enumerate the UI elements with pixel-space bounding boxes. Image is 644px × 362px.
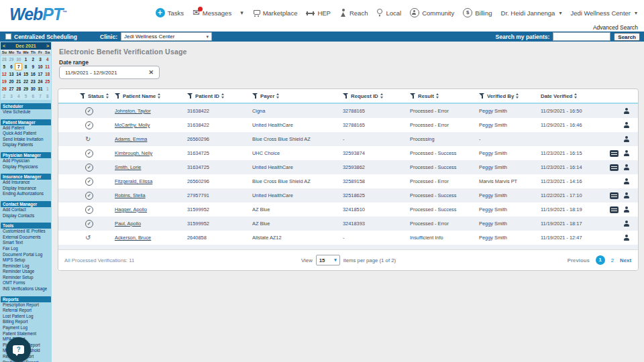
advanced-search-link[interactable]: Advanced Search	[593, 24, 638, 31]
nav-item-hep[interactable]: HEP	[306, 9, 331, 17]
sidebar-item-display-physicians[interactable]: Display Physicians	[1, 164, 51, 170]
sort-icon[interactable]	[158, 93, 160, 99]
column-header-payer[interactable]: Payer	[252, 93, 343, 99]
filter-icon[interactable]	[187, 93, 193, 99]
calendar-next-button[interactable]: >	[46, 44, 49, 48]
calendar-day[interactable]: 30	[15, 56, 22, 63]
column-header-request-id[interactable]: Request ID	[343, 93, 410, 99]
clinic-menu[interactable]: Jedi Wellness Center▾	[570, 9, 637, 17]
person-icon[interactable]	[623, 178, 630, 185]
nav-item-menu[interactable]: ▾	[240, 9, 244, 16]
column-header-status[interactable]: Status	[58, 93, 115, 99]
nav-item-local[interactable]: Local	[376, 9, 401, 17]
clinic-select[interactable]: Jedi Wellness Center ▾	[121, 32, 212, 41]
calendar-day[interactable]: 4	[15, 93, 22, 100]
sidebar-item-mips-setup[interactable]: MIPS Setup	[1, 257, 51, 263]
calendar-prev-button[interactable]: <	[3, 44, 5, 48]
sidebar-item-add-physician[interactable]: Add Physician	[1, 158, 51, 164]
nav-item-billing[interactable]: $Billing	[463, 8, 492, 17]
column-header-date-verified[interactable]: Date Verified	[541, 93, 602, 99]
calendar-day[interactable]: 21	[15, 78, 22, 85]
calendar-day[interactable]: 18	[44, 70, 51, 78]
sidebar-item-prescription-report[interactable]: Prescription Report	[1, 302, 51, 308]
calendar-day[interactable]: 14	[15, 70, 22, 78]
id-card-icon[interactable]	[610, 150, 619, 157]
id-card-icon[interactable]	[610, 164, 619, 171]
sidebar-item-billing-report[interactable]: Billing Report	[1, 319, 51, 325]
filter-icon[interactable]	[80, 93, 86, 99]
calendar-day[interactable]: 2	[1, 93, 8, 100]
person-icon[interactable]	[623, 164, 630, 171]
column-header-result[interactable]: Result	[410, 93, 479, 99]
sidebar-item-add-patient[interactable]: Add Patient	[1, 125, 51, 131]
sidebar-item-lost-patient-log[interactable]: Lost Patient Log	[1, 314, 51, 320]
calendar-day[interactable]: 28	[1, 56, 8, 63]
column-header-patient-id[interactable]: Patient ID	[187, 93, 252, 99]
patient-name-link[interactable]: Smith, Lorie	[115, 164, 141, 170]
id-card-icon[interactable]	[610, 206, 619, 213]
sidebar-item-customized-ie-profiles[interactable]: Customized IE Profiles	[1, 229, 51, 235]
calendar-day[interactable]: 2	[30, 56, 37, 63]
calendar-day[interactable]: 12	[1, 70, 8, 78]
patient-name-link[interactable]: Paul, Apollo	[115, 221, 141, 227]
calendar-day[interactable]: 29	[22, 85, 30, 93]
sidebar-item-reminder-log[interactable]: Reminder Log	[1, 263, 51, 269]
calendar-day[interactable]: 16	[30, 70, 37, 78]
page-number-1[interactable]: 1	[596, 255, 605, 265]
sidebar-item-omt-forms[interactable]: OMT Forms	[1, 280, 51, 286]
sidebar-item-reminder-setup[interactable]: Reminder Setup	[1, 275, 51, 281]
calendar-day[interactable]: 26	[1, 85, 8, 93]
sidebar-item-external-documents[interactable]: External Documents	[1, 235, 51, 241]
next-page-button[interactable]: Next	[620, 257, 631, 263]
nav-item-tasks[interactable]: +Tasks	[156, 8, 184, 17]
calendar-day[interactable]: 24	[37, 78, 44, 85]
nav-item-reach[interactable]: Reach	[339, 9, 368, 17]
sidebar-item-display-contacts[interactable]: Display Contacts	[1, 213, 51, 219]
nav-item-marketplace[interactable]: Marketplace	[252, 9, 298, 17]
sidebar-item-send-intake-invitation[interactable]: Send Intake Invitation	[1, 137, 51, 143]
id-card-icon[interactable]	[610, 192, 619, 199]
patient-name-link[interactable]: Hagger, Apollo	[115, 206, 147, 213]
date-range-input[interactable]: 11/9/2021 - 12/9/2021 ✕	[59, 66, 160, 79]
calendar-day[interactable]: 7	[37, 93, 44, 100]
filter-icon[interactable]	[343, 93, 349, 99]
patient-name-link[interactable]: Fitzgerald, Elissa	[115, 178, 152, 184]
calendar-day[interactable]: 1	[44, 85, 51, 93]
calendar-day[interactable]: 1	[22, 56, 30, 63]
person-icon[interactable]	[623, 122, 630, 129]
sidebar-item-fax-log[interactable]: Fax Log	[1, 246, 51, 252]
calendar-day[interactable]: 3	[8, 93, 15, 100]
person-icon[interactable]	[623, 221, 630, 227]
filter-icon[interactable]	[115, 93, 121, 99]
patient-name-link[interactable]: Adams, Emma	[115, 136, 147, 142]
calendar-day[interactable]: 31	[37, 85, 44, 93]
search-input[interactable]	[553, 32, 610, 41]
calendar-day[interactable]: 20	[8, 78, 15, 85]
calendar-day[interactable]: 23	[30, 78, 37, 85]
sort-icon[interactable]	[221, 93, 224, 99]
calendar-day[interactable]: 8	[22, 63, 30, 70]
calendar-day[interactable]: 6	[8, 63, 15, 70]
calendar-day-selected[interactable]: 7	[15, 63, 22, 70]
calendar-day[interactable]: 28	[15, 85, 22, 93]
sort-icon[interactable]	[516, 93, 519, 99]
patient-name-link[interactable]: Robins, Stella	[115, 192, 146, 198]
sidebar-item-view-schedule[interactable]: View Schedule	[1, 109, 51, 115]
sidebar-item-add-insurance[interactable]: Add Insurance	[1, 180, 51, 186]
column-header-patient-name[interactable]: Patient Name	[115, 93, 187, 99]
sidebar-item-referral-report[interactable]: Referral Report	[1, 308, 51, 314]
calendar-day[interactable]: 4	[44, 56, 51, 63]
user-menu[interactable]: Dr. Heidi Jannenga▾	[501, 9, 562, 17]
sidebar-item-ins-verifications-usage[interactable]: INS Verifications Usage	[1, 286, 51, 292]
person-icon[interactable]	[623, 108, 630, 115]
calendar-day[interactable]: 13	[8, 70, 15, 78]
calendar-day[interactable]: 30	[30, 85, 37, 93]
filter-icon[interactable]	[410, 93, 416, 99]
sort-icon[interactable]	[574, 93, 577, 99]
calendar-day[interactable]: 10	[37, 63, 44, 70]
sort-icon[interactable]	[436, 93, 439, 99]
patient-name-link[interactable]: Johnston, Taylor	[115, 108, 151, 114]
nav-item-community[interactable]: Community	[410, 8, 454, 17]
calendar-day[interactable]: 19	[1, 78, 8, 85]
calendar-day[interactable]: 25	[44, 78, 51, 85]
